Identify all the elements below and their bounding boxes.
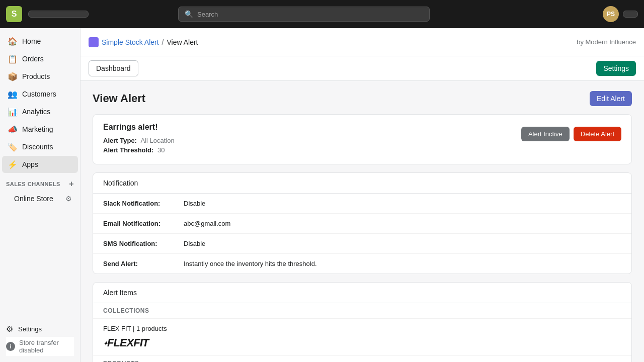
sidebar-footer: ⚙ Settings i Store transfer disabled (0, 315, 80, 362)
breadcrumb-app-link[interactable]: Simple Stock Alert (102, 38, 159, 46)
sms-label: SMS Notification: (103, 240, 184, 247)
apps-icon: ⚡ (8, 160, 17, 169)
products-subsection: PRODUCTS (93, 356, 631, 362)
email-notification-row: Email Notification: abc@gmail.com (93, 214, 631, 234)
alert-type-value: All Location (141, 137, 175, 144)
email-label: Email Notification: (103, 220, 184, 227)
sidebar-item-apps[interactable]: ⚡ Apps (2, 156, 78, 173)
send-alert-value: Instantly once the inventory hits the th… (184, 260, 317, 267)
sidebar-label-marketing: Marketing (22, 125, 53, 133)
page-title-row: View Alert Edit Alert (93, 91, 632, 106)
analytics-icon: 📊 (8, 107, 17, 116)
email-value: abc@gmail.com (184, 220, 230, 227)
sidebar-item-discounts[interactable]: 🏷️ Discounts (2, 138, 78, 155)
send-alert-label: Send Alert: (103, 260, 184, 267)
sidebar-label-orders: Orders (22, 55, 44, 63)
slack-value: Disable (184, 200, 205, 207)
sidebar-item-home[interactable]: 🏠 Home (2, 33, 78, 50)
topbar-action-button[interactable] (623, 11, 638, 18)
settings-label: Settings (18, 325, 42, 333)
alert-items-header: Alert Items (93, 283, 631, 303)
breadcrumb-current: View Alert (167, 38, 198, 46)
avatar[interactable]: PS (603, 6, 619, 22)
settings-icon: ⚙ (6, 324, 13, 334)
sales-channels-label: SALES CHANNELS (6, 181, 60, 187)
sidebar-item-analytics[interactable]: 📊 Analytics (2, 103, 78, 120)
alert-card-inner: Earrings alert! Alert Type: All Location… (103, 123, 621, 156)
products-icon: 📦 (8, 72, 17, 81)
store-selector[interactable] (28, 11, 89, 18)
sidebar-label-analytics: Analytics (22, 108, 50, 116)
sales-channels-header: SALES CHANNELS + (0, 173, 80, 191)
collection-title: FLEX FIT | 1 products (103, 325, 621, 332)
alert-type-row: Alert Type: All Location (103, 137, 521, 144)
topbar-right: PS (603, 6, 638, 22)
store-transfer-label: Store transfer disabled (19, 339, 74, 354)
sidebar-label-home: Home (22, 37, 41, 45)
sidebar-label-customers: Customers (22, 90, 56, 98)
search-bar[interactable]: 🔍 Search (178, 7, 430, 22)
page-title: View Alert (93, 92, 145, 105)
sidebar-item-orders[interactable]: 📋 Orders (2, 50, 78, 67)
discounts-icon: 🏷️ (8, 142, 17, 151)
notification-card: Notification Slack Notification: Disable… (93, 172, 632, 274)
sidebar-label-apps: Apps (22, 160, 38, 168)
breadcrumb: Simple Stock Alert / View Alert (89, 37, 198, 47)
action-bar: Dashboard Settings (80, 56, 644, 81)
collections-subsection: COLLECTIONS (93, 303, 631, 319)
sidebar-label-discounts: Discounts (22, 143, 53, 151)
sms-value: Disable (184, 240, 205, 247)
sms-notification-row: SMS Notification: Disable (93, 234, 631, 254)
search-placeholder: Search (197, 11, 218, 18)
alert-card: Earrings alert! Alert Type: All Location… (93, 114, 632, 164)
sidebar-nav: 🏠 Home 📋 Orders 📦 Products 👥 Customers 📊… (0, 28, 80, 315)
sidebar-item-customers[interactable]: 👥 Customers (2, 85, 78, 103)
online-store-label: Online Store (14, 195, 53, 203)
breadcrumb-separator: / (162, 38, 164, 46)
alert-threshold-label: Alert Threshold: (103, 146, 153, 154)
alert-inactive-button[interactable]: Alert Inctive (521, 127, 570, 141)
slack-label: Slack Notification: (103, 200, 184, 207)
collection-row: FLEX FIT | 1 products ✦FLEXFIT (93, 319, 631, 356)
search-icon: 🔍 (185, 10, 193, 18)
send-alert-row: Send Alert: Instantly once the inventory… (93, 254, 631, 274)
sidebar-item-online-store[interactable]: Online Store ⚙ (2, 191, 78, 206)
marketing-icon: 📣 (8, 125, 17, 134)
online-store-settings-icon[interactable]: ⚙ (65, 195, 72, 203)
alert-items-card: Alert Items COLLECTIONS FLEX FIT | 1 pro… (93, 282, 632, 362)
sidebar-item-marketing[interactable]: 📣 Marketing (2, 121, 78, 138)
add-sales-channel-icon[interactable]: + (69, 179, 74, 189)
by-label: by Modern Influence (577, 38, 636, 46)
content-area: View Alert Edit Alert Earrings alert! Al… (80, 81, 644, 362)
sidebar-item-products[interactable]: 📦 Products (2, 68, 78, 85)
alert-card-left: Earrings alert! Alert Type: All Location… (103, 123, 521, 156)
info-icon: i (6, 342, 15, 351)
home-icon: 🏠 (8, 37, 17, 46)
alert-threshold-row: Alert Threshold: 30 (103, 146, 521, 154)
alert-actions: Alert Inctive Delete Alert (521, 127, 621, 141)
alert-card-right: Alert Inctive Delete Alert (521, 123, 621, 141)
main-content: Simple Stock Alert / View Alert by Moder… (80, 28, 644, 362)
edit-alert-button[interactable]: Edit Alert (590, 91, 632, 106)
sidebar-label-products: Products (22, 72, 50, 80)
alert-title: Earrings alert! (103, 123, 521, 132)
alert-card-body: Earrings alert! Alert Type: All Location… (93, 115, 631, 164)
sidebar-item-settings[interactable]: ⚙ Settings (6, 321, 74, 337)
flexfit-logo: ✦FLEXFIT (103, 336, 621, 349)
app-header: Simple Stock Alert / View Alert by Moder… (80, 28, 644, 56)
customers-icon: 👥 (8, 89, 17, 99)
sidebar: 🏠 Home 📋 Orders 📦 Products 👥 Customers 📊… (0, 28, 80, 362)
settings-button[interactable]: Settings (596, 61, 636, 76)
shopify-logo: S (6, 6, 22, 22)
notification-header: Notification (93, 173, 631, 194)
app-icon (89, 37, 99, 47)
alert-threshold-value: 30 (157, 146, 165, 154)
topbar: S 🔍 Search PS (0, 0, 644, 28)
orders-icon: 📋 (8, 54, 17, 63)
slack-notification-row: Slack Notification: Disable (93, 194, 631, 214)
alert-type-label: Alert Type: (103, 137, 137, 144)
delete-alert-button[interactable]: Delete Alert (574, 127, 621, 141)
dashboard-button[interactable]: Dashboard (89, 60, 138, 76)
store-transfer-bar: i Store transfer disabled (6, 337, 74, 356)
flexfit-text: ✦FLEXFIT (103, 336, 148, 349)
